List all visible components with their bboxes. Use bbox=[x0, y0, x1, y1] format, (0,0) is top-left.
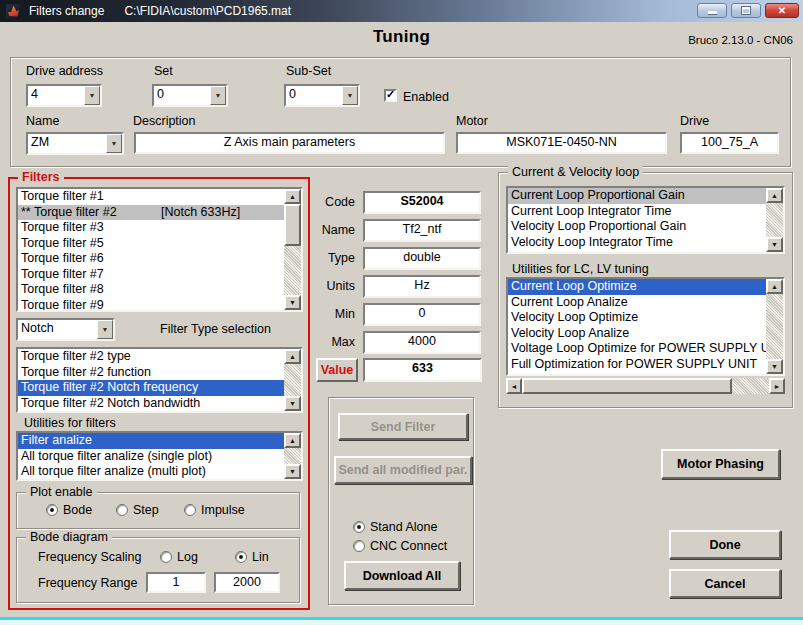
min-field: 0 bbox=[363, 303, 481, 326]
list-item[interactable]: Velocity Loop Analize bbox=[508, 326, 766, 342]
scroll-right-icon[interactable]: ► bbox=[769, 378, 785, 394]
scroll-up-icon[interactable]: ▲ bbox=[284, 189, 301, 204]
list-item[interactable]: Torque filter #8 bbox=[18, 282, 284, 298]
list-item[interactable]: Velocity Loop Proportional Gain bbox=[508, 219, 766, 235]
value-input[interactable]: 633 bbox=[363, 358, 482, 382]
list-item[interactable]: Current Loop Analize bbox=[508, 295, 766, 311]
subset-select[interactable]: 0 ▼ bbox=[284, 84, 360, 107]
motor-phasing-button[interactable]: Motor Phasing bbox=[661, 449, 780, 479]
log-radio[interactable] bbox=[160, 551, 172, 563]
minimize-icon[interactable] bbox=[697, 3, 727, 18]
list-item[interactable]: Current Loop Integrator Time bbox=[508, 204, 766, 220]
scroll-up-icon[interactable]: ▲ bbox=[766, 188, 783, 203]
window-file-path: C:\FIDIA\custom\PCD1965.mat bbox=[124, 4, 291, 18]
list-item[interactable]: Torque filter #9 bbox=[18, 298, 284, 313]
chevron-down-icon[interactable]: ▼ bbox=[84, 86, 100, 105]
window-title: Filters change bbox=[29, 4, 104, 18]
scroll-left-icon[interactable]: ◄ bbox=[506, 378, 522, 394]
loop-list-scrollbar[interactable]: ▲ ▼ bbox=[766, 188, 783, 252]
list-item[interactable]: Velocity Loop Optimize bbox=[508, 310, 766, 326]
enabled-checkbox[interactable] bbox=[384, 89, 397, 102]
scroll-down-icon[interactable]: ▼ bbox=[766, 359, 783, 374]
max-field: 4000 bbox=[363, 331, 481, 354]
list-item[interactable]: Torque filter #3 bbox=[18, 220, 284, 236]
list-item[interactable]: Torque filter #7 bbox=[18, 267, 284, 283]
list-item[interactable]: Torque filter #1 bbox=[18, 189, 284, 205]
loop-utilities-list: Current Loop OptimizeCurrent Loop Analiz… bbox=[508, 279, 766, 374]
maximize-icon[interactable] bbox=[731, 3, 761, 18]
drive-field[interactable]: 100_75_A bbox=[680, 132, 779, 154]
download-all-button[interactable]: Download All bbox=[344, 561, 460, 590]
scroll-down-icon[interactable]: ▼ bbox=[284, 295, 301, 310]
list-item[interactable]: Torque filter #2 function bbox=[18, 365, 284, 381]
list-item[interactable]: Torque filter #2 type bbox=[18, 349, 284, 365]
lin-radio[interactable] bbox=[235, 551, 247, 563]
filter-utilities-scrollbar[interactable]: ▲ ▼ bbox=[284, 433, 301, 479]
filter-utilities-list: Filter analizeAll torque filter analize … bbox=[18, 433, 284, 479]
version-label: Bruco 2.13.0 - CN06 bbox=[688, 34, 793, 46]
name-value: ZM bbox=[31, 135, 49, 149]
step-radio[interactable] bbox=[116, 504, 128, 516]
list-item[interactable]: Current Loop Proportional Gain bbox=[508, 188, 766, 204]
send-filter-button[interactable]: Send Filter bbox=[338, 413, 468, 440]
impulse-radio[interactable] bbox=[184, 504, 196, 516]
filter-utilities-listbox: Filter analizeAll torque filter analize … bbox=[16, 431, 303, 481]
chevron-down-icon[interactable]: ▼ bbox=[97, 320, 113, 339]
list-item[interactable]: All torque filter analize (multi plot) bbox=[18, 464, 284, 480]
stand-alone-radio[interactable] bbox=[353, 521, 365, 533]
code-field: S52004 bbox=[363, 191, 481, 214]
bode-radio[interactable] bbox=[46, 504, 58, 516]
list-item[interactable]: Voltage Loop Optimize for POWER SUPPLY U… bbox=[508, 341, 766, 357]
description-field[interactable]: Z Axis main parameters bbox=[134, 132, 445, 154]
set-value: 0 bbox=[157, 87, 164, 101]
chevron-down-icon[interactable]: ▼ bbox=[210, 86, 226, 105]
list-item[interactable]: Torque filter #2 Notch frequency bbox=[18, 380, 284, 396]
motor-field[interactable]: MSK071E-0450-NN bbox=[456, 132, 667, 154]
chevron-down-icon[interactable]: ▼ bbox=[106, 134, 122, 153]
list-item[interactable]: All torque filter analize (single plot) bbox=[18, 449, 284, 465]
cancel-button[interactable]: Cancel bbox=[669, 569, 781, 598]
list-item[interactable]: Torque filter #5 bbox=[18, 236, 284, 252]
desktop-strip bbox=[0, 620, 803, 625]
scroll-up-icon[interactable]: ▲ bbox=[284, 433, 301, 448]
scrollbar-thumb[interactable] bbox=[522, 378, 732, 394]
loop-utilities-scrollbar[interactable]: ▲ ▼ bbox=[766, 279, 783, 374]
name-select[interactable]: ZM ▼ bbox=[26, 132, 124, 155]
name-label: Name bbox=[26, 114, 59, 128]
frequency-scaling-label: Frequency Scaling bbox=[38, 550, 142, 564]
list-item[interactable]: Velocity Loop Integrator Time bbox=[508, 235, 766, 251]
scroll-down-icon[interactable]: ▼ bbox=[284, 464, 301, 479]
filter-list-scrollbar[interactable]: ▲ ▼ bbox=[284, 189, 301, 310]
frequency-range-min-input[interactable]: 1 bbox=[146, 572, 206, 593]
list-item[interactable]: ** Torque filter #2[Notch 633Hz] bbox=[18, 205, 284, 221]
filter-type-selection-label: Filter Type selection bbox=[160, 322, 271, 336]
bode-diagram-group bbox=[16, 537, 300, 603]
type-field: double bbox=[363, 247, 481, 270]
frequency-range-max-input[interactable]: 2000 bbox=[214, 572, 280, 593]
send-all-modified-button[interactable]: Send all modified par. bbox=[334, 456, 472, 484]
list-item[interactable]: Torque filter #2 Notch bandwidth bbox=[18, 396, 284, 412]
scrollbar-thumb[interactable] bbox=[284, 204, 301, 246]
chevron-down-icon[interactable]: ▼ bbox=[342, 86, 358, 105]
scroll-up-icon[interactable]: ▲ bbox=[766, 279, 783, 294]
loop-listbox: Current Loop Proportional GainCurrent Lo… bbox=[506, 186, 785, 254]
scroll-up-icon[interactable]: ▲ bbox=[284, 349, 301, 364]
set-select[interactable]: 0 ▼ bbox=[152, 84, 228, 107]
close-icon[interactable]: ✕ bbox=[765, 3, 799, 18]
filters-group-title: Filters bbox=[18, 170, 64, 184]
list-item[interactable]: Current Loop Optimize bbox=[508, 279, 766, 295]
cnc-connect-radio[interactable] bbox=[353, 540, 365, 552]
filter-type-select[interactable]: Notch ▼ bbox=[16, 318, 115, 341]
list-item[interactable]: Filter analize bbox=[18, 433, 284, 449]
filter-param-scrollbar[interactable]: ▲ ▼ bbox=[284, 349, 301, 411]
list-item[interactable]: Torque filter #6 bbox=[18, 251, 284, 267]
loop-utilities-hscrollbar[interactable]: ◄ ► bbox=[506, 378, 785, 394]
list-item[interactable]: Full Optimization for POWER SUPPLY UNIT bbox=[508, 357, 766, 373]
scroll-down-icon[interactable]: ▼ bbox=[284, 396, 301, 411]
loop-utilities-listbox: Current Loop OptimizeCurrent Loop Analiz… bbox=[506, 277, 785, 376]
title-bar: Filters change C:\FIDIA\custom\PCD1965.m… bbox=[0, 0, 803, 22]
utilities-for-filters-label: Utilities for filters bbox=[24, 416, 116, 430]
done-button[interactable]: Done bbox=[669, 530, 781, 559]
drive-address-select[interactable]: 4 ▼ bbox=[26, 84, 102, 107]
scroll-down-icon[interactable]: ▼ bbox=[766, 237, 783, 252]
